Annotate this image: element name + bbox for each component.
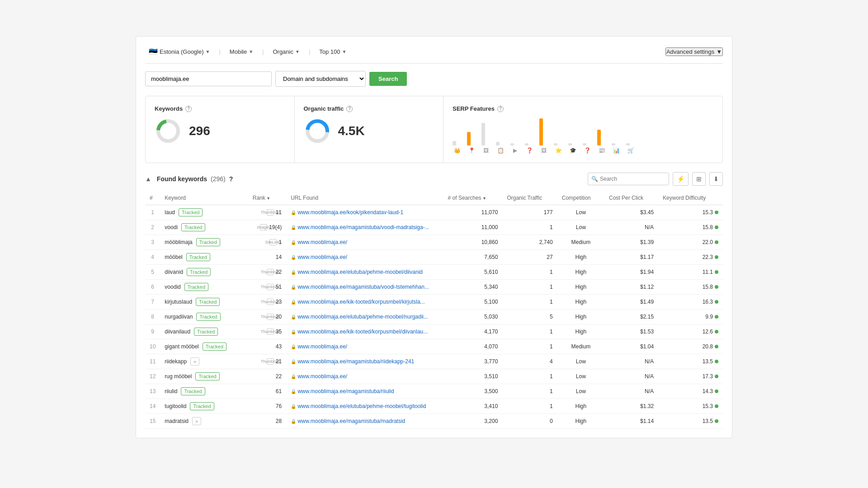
url-cell: 🔒www.mooblimaja.ee/elutuba/pehme-moobel/… bbox=[286, 399, 443, 414]
col-num: # bbox=[145, 191, 160, 205]
keyword-cell: riidekapp» bbox=[160, 354, 248, 369]
device-dropdown[interactable]: Mobile ▼ bbox=[226, 47, 257, 57]
keywords-info-icon[interactable]: ? bbox=[185, 106, 192, 112]
difficulty-cell: 16.3 bbox=[658, 295, 723, 310]
top-dropdown[interactable]: Top 100 ▼ bbox=[316, 47, 350, 57]
columns-button[interactable]: ⊞ bbox=[692, 172, 706, 186]
row-number: 1 bbox=[145, 205, 160, 220]
difficulty-value: 17.3 bbox=[703, 373, 713, 380]
url-link[interactable]: www.mooblimaja.ee/elutuba/pehme-moobel/t… bbox=[297, 403, 426, 409]
filter-button[interactable]: ⚡ bbox=[673, 172, 689, 186]
tracked-badge[interactable]: Tracked bbox=[181, 387, 205, 395]
arrow-badge[interactable]: » bbox=[192, 417, 201, 425]
url-cell: 🔒www.mooblimaja.ee/magamistuba/riidekapp… bbox=[286, 354, 443, 369]
keyword-text: riidekapp bbox=[165, 358, 187, 365]
serp-bar-item: 🎓 bbox=[568, 118, 577, 154]
url-link[interactable]: www.mooblimaja.ee/ bbox=[297, 343, 347, 350]
domain-input[interactable] bbox=[145, 71, 272, 86]
tracked-badge[interactable]: Tracked bbox=[196, 313, 220, 321]
difficulty-cell: 17.3 bbox=[658, 369, 723, 384]
url-link[interactable]: www.mooblimaja.ee/ bbox=[297, 239, 347, 245]
difficulty-value-wrapper: 9.9 bbox=[663, 314, 718, 320]
url-link[interactable]: www.mooblimaja.ee/elutuba/pehme-moobel/n… bbox=[297, 314, 428, 320]
competition-cell: Medium bbox=[557, 235, 604, 250]
keyword-cell: kirjutuslaudTracked bbox=[160, 295, 248, 310]
traffic-info-icon[interactable]: ? bbox=[346, 106, 353, 112]
url-link[interactable]: www.mooblimaja.ee/magamistuba/riiulid bbox=[297, 388, 394, 394]
searches-cell: 3,500 bbox=[443, 384, 503, 399]
advanced-settings-button[interactable]: Advanced settings ▼ bbox=[665, 47, 723, 56]
difficulty-dot-icon bbox=[715, 330, 718, 333]
row-number: 2 bbox=[145, 220, 160, 235]
tracked-badge[interactable]: Tracked bbox=[196, 238, 220, 246]
difficulty-value: 15.3 bbox=[703, 403, 713, 409]
keyword-text: riiulid bbox=[165, 388, 177, 394]
difficulty-dot-icon bbox=[715, 375, 718, 378]
col-rank[interactable]: Rank bbox=[248, 191, 286, 205]
row-number: 5 bbox=[145, 265, 160, 280]
rank-cell: Thumbnail51 bbox=[248, 280, 286, 295]
tracked-badge[interactable]: Tracked bbox=[196, 298, 220, 306]
keyword-cell: diivanidTracked bbox=[160, 265, 248, 280]
url-link[interactable]: www.mooblimaja.ee/kook/pikendatav-laud-1 bbox=[297, 209, 403, 216]
serp-info-icon[interactable]: ? bbox=[497, 106, 504, 112]
difficulty-value-wrapper: 16.3 bbox=[663, 299, 718, 305]
difficulty-value: 16.3 bbox=[703, 299, 713, 305]
tracked-badge[interactable]: Tracked bbox=[184, 283, 208, 291]
top-arrow-icon: ▼ bbox=[342, 49, 347, 54]
serp-feature-tag: Thumbnail bbox=[267, 284, 274, 290]
difficulty-value-wrapper: 15.8 bbox=[663, 224, 718, 230]
difficulty-value: 20.8 bbox=[703, 343, 713, 350]
difficulty-cell: 22.3 bbox=[658, 250, 723, 265]
col-searches[interactable]: # of Searches bbox=[443, 191, 503, 205]
col-keyword: Keyword bbox=[160, 191, 248, 205]
competition-cell: High bbox=[557, 295, 604, 310]
traffic-value-row: 4.5K bbox=[304, 117, 434, 145]
type-dropdown[interactable]: Organic ▼ bbox=[269, 47, 303, 57]
searches-cell: 4,170 bbox=[443, 324, 503, 339]
tracked-badge[interactable]: Tracked bbox=[186, 253, 210, 261]
url-link[interactable]: www.mooblimaja.ee/kik-tooted/korpusmbel/… bbox=[297, 328, 428, 335]
url-link[interactable]: www.mooblimaja.ee/ bbox=[297, 254, 347, 260]
tracked-badge[interactable]: Tracked bbox=[179, 208, 203, 216]
difficulty-cell: 9.9 bbox=[658, 310, 723, 324]
url-link[interactable]: www.mooblimaja.ee/elutuba/pehme-moobel/d… bbox=[297, 269, 423, 275]
cpc-cell: $1.17 bbox=[604, 250, 658, 265]
search-button[interactable]: Search bbox=[369, 72, 407, 86]
filter-select[interactable]: Domain and subdomains bbox=[275, 71, 366, 87]
url-link[interactable]: www.mooblimaja.ee/kik-tooted/korpusmbel/… bbox=[297, 299, 425, 305]
tracked-badge[interactable]: Tracked bbox=[194, 328, 218, 336]
keyword-text: voodi bbox=[165, 224, 178, 230]
url-link[interactable]: www.mooblimaja.ee/magamistuba/voodi-madr… bbox=[297, 224, 429, 230]
difficulty-dot-icon bbox=[715, 345, 718, 348]
country-dropdown[interactable]: 🇪🇪 Estonia (Google) ▼ bbox=[145, 46, 213, 58]
url-link[interactable]: www.mooblimaja.ee/magamistuba/riidekapp-… bbox=[297, 358, 414, 365]
row-number: 12 bbox=[145, 369, 160, 384]
top-bar-left: 🇪🇪 Estonia (Google) ▼ | Mobile ▼ | Organ… bbox=[145, 46, 662, 58]
export-button[interactable]: ⬇ bbox=[709, 172, 723, 186]
competition-cell: Medium bbox=[557, 339, 604, 354]
traffic-label: Organic traffic ? bbox=[304, 105, 434, 112]
tracked-badge[interactable]: Tracked bbox=[187, 268, 211, 276]
section-toggle-icon[interactable]: ▲ bbox=[145, 175, 151, 183]
searches-cell: 11,000 bbox=[443, 220, 503, 235]
table-row: 4mööbelTracked14🔒www.mooblimaja.ee/7,650… bbox=[145, 250, 723, 265]
difficulty-dot-icon bbox=[715, 315, 718, 319]
url-link[interactable]: www.mooblimaja.ee/magamistuba/madratsid bbox=[297, 418, 405, 424]
found-keywords-info-icon[interactable]: ? bbox=[229, 175, 233, 183]
tracked-badge[interactable]: Tracked bbox=[181, 223, 205, 231]
table-search-input[interactable] bbox=[588, 173, 669, 185]
tracked-badge[interactable]: Tracked bbox=[195, 372, 219, 380]
keyword-text: madratsid bbox=[165, 418, 189, 424]
row-number: 7 bbox=[145, 295, 160, 310]
flag-icon: 🇪🇪 bbox=[149, 47, 158, 56]
keyword-cell: rug mööbelTracked bbox=[160, 369, 248, 384]
tracked-badge[interactable]: Tracked bbox=[203, 343, 226, 351]
serp-bar-item: 🛒 bbox=[626, 118, 635, 154]
arrow-badge[interactable]: » bbox=[190, 357, 199, 366]
url-link[interactable]: www.mooblimaja.ee/ bbox=[297, 373, 347, 380]
url-link[interactable]: www.mooblimaja.ee/magamistuba/voodi-tste… bbox=[297, 284, 429, 290]
difficulty-value-wrapper: 17.3 bbox=[663, 373, 718, 380]
tracked-badge[interactable]: Tracked bbox=[190, 402, 214, 410]
cpc-cell: N/A bbox=[604, 220, 658, 235]
